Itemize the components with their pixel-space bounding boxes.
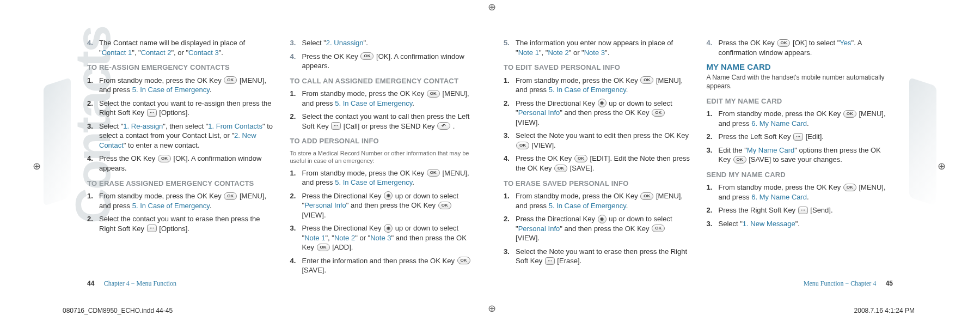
column: 3. Select "2. Unassign". 4. Press the OK… <box>290 38 477 272</box>
list-item: 1.From standby mode, press the OK Key OK… <box>504 191 690 210</box>
link-text: Note 2 <box>548 49 568 57</box>
ok-key-icon: OK <box>158 155 171 162</box>
text: [SAVE] to save your changes. <box>747 155 842 163</box>
ok-key-icon: OK <box>516 142 529 149</box>
list-item: 2.Press the Directional Key ◉ up or down… <box>504 214 690 243</box>
list-item: 3.Select the Note you want to edit then … <box>504 131 690 150</box>
ok-key-icon: OK <box>554 165 567 172</box>
text: Select " <box>719 220 743 228</box>
text: ". <box>605 49 609 57</box>
link-text: 1. New Message <box>743 220 795 228</box>
link-text: Note 1 <box>304 234 325 242</box>
instruction-list: 1. From standby mode, press the OK Key O… <box>290 89 477 131</box>
list-item: 1.From standby mode, press the OK Key OK… <box>707 109 893 128</box>
section-heading: TO CALL AN ASSIGNED EMERGENCY CONTACT <box>290 76 477 86</box>
instruction-list: 1.From standby mode, press the OK Key OK… <box>504 76 690 173</box>
list-item: 1.From standby mode, press the OK Key OK… <box>504 76 690 95</box>
section-intro: To store a Medical Record Number or othe… <box>290 149 477 165</box>
send-key-icon <box>437 122 450 130</box>
list-item: 1. From standby mode, press the OK Key O… <box>290 89 477 108</box>
registration-mark-icon: ⊕ <box>33 160 41 172</box>
ok-key-icon: OK <box>640 192 653 200</box>
text: " and then press the OK Key <box>346 201 438 209</box>
text: Enter the information and then press the… <box>302 257 457 265</box>
list-item: 3.Select "1. New Message". <box>707 219 893 229</box>
link-text: Yes <box>840 39 851 47</box>
ok-key-icon: OK <box>438 202 451 209</box>
text: Press the OK Key <box>302 52 360 60</box>
text: [VIEW]. <box>516 118 540 126</box>
instruction-list: 1. From standby mode, press the OK Key O… <box>87 191 274 233</box>
link-text: 6. My Name Card <box>751 193 807 201</box>
list-item: 4. Enter the information and then press … <box>290 256 477 275</box>
list-item: 1. From standby mode, press the OK Key O… <box>290 168 477 187</box>
column: 4.Press the OK Key OK [OK] to select "Ye… <box>707 38 893 272</box>
link-text: 2. Unassign <box>326 39 364 47</box>
ok-key-icon: OK <box>317 244 330 251</box>
link-text: Note 1 <box>518 49 539 57</box>
link-text: 1. From Contacts <box>208 122 262 130</box>
list-item: 2. Select the contact you want to erase … <box>87 214 274 233</box>
page-footer: Menu Function − Chapter 4 45 <box>804 280 893 288</box>
text: [Edit]. <box>804 132 824 141</box>
list-item: 3.Edit the "My Name Card" options then p… <box>707 146 893 165</box>
ok-key-icon: OK <box>574 155 587 162</box>
ok-key-icon: OK <box>457 257 470 264</box>
text: Select the Note you want to edit then pr… <box>516 131 689 140</box>
text: Select the Note you want to erase then p… <box>516 247 687 265</box>
page-spread: Contacts 4. The Contact name will be dis… <box>49 5 931 300</box>
text: [Call] or press the SEND Key <box>341 122 437 130</box>
list-item: 2.Press the Right Soft Key [Send]. <box>707 205 893 215</box>
text: From standby mode, press the OK Key <box>302 169 426 177</box>
text: Press the Directional Key <box>302 224 384 232</box>
section-heading: TO ADD PERSONAL INFO <box>290 136 477 146</box>
instruction-list: 3. Select "2. Unassign". 4. Press the OK… <box>290 38 477 71</box>
link-text: 5. In Case of Emergency <box>132 202 210 210</box>
ok-key-icon: OK <box>843 184 856 191</box>
directional-key-icon: ◉ <box>598 215 607 223</box>
link-text: 5. In Case of Emergency <box>335 99 412 107</box>
page-45: Contacts 5. The information you enter no… <box>490 5 931 300</box>
text: ", " <box>325 234 334 242</box>
section-heading: TO RE-ASSIGN EMERGENCY CONTACTS <box>87 63 274 72</box>
list-item: 2. Press the Directional Key ◉ up or dow… <box>290 191 477 220</box>
ok-key-icon: OK <box>360 52 373 60</box>
ok-key-icon: OK <box>224 76 237 84</box>
text: Press the OK Key <box>99 154 157 162</box>
section-heading: EDIT MY NAME CARD <box>707 96 893 106</box>
text: [SAVE]. <box>568 164 594 172</box>
edge-decoration <box>44 77 71 206</box>
link-text: My Name Card <box>747 146 794 154</box>
list-item: 2.Press the Directional Key ◉ up or down… <box>504 99 690 128</box>
text: Press the Directional Key <box>302 192 384 200</box>
page-footer: 44 Chapter 4 − Menu Function <box>87 280 176 288</box>
link-text: 5. In Case of Emergency <box>132 86 210 94</box>
text: Press the OK Key <box>516 154 574 162</box>
text: ", then select " <box>163 122 208 130</box>
text: Press the OK Key <box>719 39 777 47</box>
page-columns: 4. The Contact name will be displayed in… <box>87 38 476 272</box>
text: [Options]. <box>157 108 189 117</box>
instruction-list: 1. From standby mode, press the OK Key O… <box>87 76 274 173</box>
text: ". <box>364 39 368 47</box>
text: " to enter a new contact. <box>124 141 200 149</box>
link-text: Contact 1 <box>102 49 132 57</box>
ok-key-icon: OK <box>427 90 440 98</box>
list-item: 4. Press the OK Key OK [OK]. A confirmat… <box>290 52 477 71</box>
text: [OK] to select " <box>791 39 840 47</box>
directional-key-icon: ◉ <box>384 191 393 200</box>
directional-key-icon: ◉ <box>384 224 393 233</box>
list-item: 3. Select "1. Re-assign", then select "1… <box>87 122 274 150</box>
ok-key-icon: OK <box>733 156 746 163</box>
softkey-icon <box>798 207 808 214</box>
prepress-slug: 080716_CDM8950_ECHO.indd 44-45 <box>63 307 173 314</box>
link-text: 5. In Case of Emergency <box>335 178 412 186</box>
link-text: 1. Re-assign <box>123 122 163 130</box>
page-number: 45 <box>886 280 893 287</box>
registration-mark-icon: ⊕ <box>488 302 496 314</box>
instruction-list: 4.Press the OK Key OK [OK] to select "Ye… <box>707 38 893 57</box>
softkey-icon <box>793 133 803 141</box>
edge-decoration <box>909 77 936 206</box>
page-44: Contacts 4. The Contact name will be dis… <box>49 5 490 300</box>
text: ", or " <box>171 49 188 57</box>
